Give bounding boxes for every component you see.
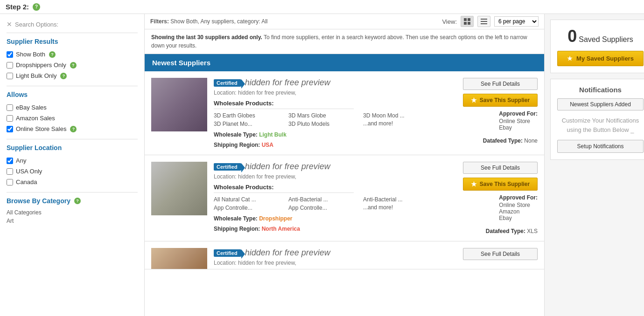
online-store-info-icon[interactable]: ? (70, 126, 77, 132)
amazon-sales-label[interactable]: Amazon Sales (16, 115, 55, 122)
online-store-sales-checkbox[interactable] (7, 126, 13, 132)
art-category[interactable]: Art (7, 217, 138, 225)
supplier-location-title: Supplier Location (7, 144, 138, 151)
show-both-info-icon[interactable]: ? (49, 51, 56, 58)
and-more-1: ...and more! (363, 120, 438, 128)
save-supplier-btn-1[interactable]: ★ Save This Supplier (463, 94, 538, 107)
my-saved-suppliers-button[interactable]: ★ My Saved Suppliers (557, 51, 644, 66)
amazon-sales-checkbox[interactable] (7, 115, 13, 122)
content-area: Filters: Show Both, Any suppliers, categ… (145, 14, 544, 316)
approved-item: Ebay (499, 215, 538, 221)
approved-section-2: Approved For: Online Store Amazon Ebay (499, 194, 538, 221)
dropshippers-only-checkbox[interactable] (7, 62, 13, 69)
ebay-sales-label[interactable]: eBay Sales (16, 104, 47, 111)
svg-rect-0 (464, 18, 467, 21)
shipping-info-1: Shipping Region: USA (214, 142, 438, 148)
datafeed-value-1: None (524, 137, 538, 144)
svg-rect-4 (481, 19, 487, 20)
save-supplier-btn-2[interactable]: ★ Save This Supplier (463, 178, 538, 191)
supplier-image-1 (151, 78, 207, 131)
supplier-main-3: Certified hidden for free preview Locati… (214, 248, 438, 262)
supplier-location-section: Supplier Location Any USA Only Canada (7, 144, 138, 187)
see-details-btn-2[interactable]: See Full Details (463, 162, 538, 174)
supplier-location-1: Location: hidden for free preview, (214, 89, 438, 96)
shipping-info-2: Shipping Region: North America (214, 226, 438, 232)
suppliers-header: Newest Suppliers (145, 54, 544, 71)
grid-view-button[interactable] (461, 16, 474, 27)
wholesale-info-1: Wholesale Type: Light Bulk (214, 131, 438, 138)
approved-section-1: Approved For: Online Store Ebay (499, 110, 538, 131)
light-bulk-info-icon[interactable]: ? (60, 73, 67, 79)
view-bar: View: (442, 16, 539, 27)
saved-count: 0 (567, 27, 577, 46)
dropshippers-info-icon[interactable]: ? (70, 62, 77, 69)
saved-suppliers-box: 0 Saved Suppliers ★ My Saved Suppliers (550, 20, 644, 73)
supplier-title-row-1: Certified hidden for free preview (214, 78, 438, 88)
list-view-button[interactable] (477, 16, 490, 27)
setup-notifications-button[interactable]: Setup Notifications (557, 140, 644, 153)
star-icon-saved: ★ (567, 55, 573, 62)
step-label: Step 2: (6, 3, 29, 11)
wholesale-type-value-2: Dropshipper (259, 215, 292, 222)
light-bulk-only-row: Light Bulk Only ? (7, 70, 138, 81)
canada-label[interactable]: Canada (16, 179, 37, 185)
online-store-sales-row: Online Store Sales ? (7, 124, 138, 134)
approved-label-2: Approved For: (499, 194, 538, 201)
certified-badge-1: Certified (214, 79, 241, 87)
all-categories[interactable]: All Categories (7, 208, 138, 217)
supplier-results-title: Supplier Results (7, 38, 138, 45)
and-more-2: ...and more! (363, 204, 438, 212)
datafeed-section-2: Datafeed Type: XLS (486, 228, 538, 234)
browse-category-info-icon[interactable]: ? (74, 198, 81, 204)
newest-suppliers-added-button[interactable]: Newest Suppliers Added (557, 98, 644, 110)
product-item: 3D Pluto Models (288, 120, 363, 128)
wholesale-type-label-2: Wholesale Type: (214, 215, 258, 222)
supplier-image-2 (151, 162, 207, 215)
light-bulk-only-checkbox[interactable] (7, 73, 13, 79)
amazon-sales-row: Amazon Sales (7, 113, 138, 124)
show-both-label[interactable]: Show Both (16, 51, 45, 58)
light-bulk-only-label[interactable]: Light Bulk Only (16, 72, 56, 79)
view-label: View: (442, 18, 457, 25)
banner-bold: Showing the last 30 suppliers added only… (151, 34, 262, 41)
shipping-region-2: North America (262, 226, 300, 232)
info-banner: Showing the last 30 suppliers added only… (145, 29, 544, 54)
usa-only-label[interactable]: USA Only (16, 168, 42, 175)
product-item: All Natural Cat ... (214, 196, 288, 203)
any-checkbox[interactable] (7, 158, 13, 164)
allows-title: Allows (7, 91, 138, 98)
products-label-2: Wholesale Products: (214, 184, 438, 191)
canada-checkbox[interactable] (7, 179, 13, 185)
save-supplier-label-1: Save This Supplier (480, 97, 530, 103)
notifications-description: Customize Your Notifications using the B… (557, 116, 644, 134)
star-icon-1: ★ (471, 96, 477, 104)
ebay-sales-checkbox[interactable] (7, 104, 13, 111)
filters-bar: Filters: Show Both, Any suppliers, categ… (150, 18, 442, 25)
dropshippers-only-label[interactable]: Dropshippers Only (16, 62, 66, 69)
products-label-1: Wholesale Products: (214, 100, 438, 107)
svg-rect-1 (468, 18, 470, 21)
sidebar: ✕ Search Options: Supplier Results Show … (0, 14, 145, 316)
datafeed-section-1: Datafeed Type: None (483, 137, 538, 144)
filters-label: Filters: (150, 18, 169, 25)
list-icon (481, 18, 487, 25)
supplier-main-1: Certified hidden for free preview Locati… (214, 78, 438, 148)
any-label[interactable]: Any (16, 157, 26, 164)
see-details-btn-1[interactable]: See Full Details (463, 78, 538, 90)
wholesale-type-label-1: Wholesale Type: (214, 131, 258, 138)
see-details-btn-3[interactable]: See Full Details (463, 248, 538, 260)
search-options-bar: ✕ Search Options: (7, 19, 138, 33)
supplier-results-section: Supplier Results Show Both ? Dropshipper… (7, 38, 138, 81)
product-item: 3D Planet Mo... (214, 120, 288, 128)
certified-badge-3: Certified (214, 249, 241, 257)
right-sidebar: 0 Saved Suppliers ★ My Saved Suppliers N… (544, 14, 644, 316)
show-both-checkbox[interactable] (7, 51, 13, 58)
usa-only-checkbox[interactable] (7, 168, 13, 175)
datafeed-value-2: XLS (527, 228, 538, 234)
online-store-sales-label[interactable]: Online Store Sales (16, 125, 66, 132)
supplier-name-2: hidden for free preview (245, 162, 330, 172)
supplier-actions-1: See Full Details ★ Save This Supplier Ap… (444, 78, 538, 148)
svg-rect-3 (468, 22, 470, 25)
products-grid-2: All Natural Cat ... Anti-Bacterial ... A… (214, 196, 438, 212)
per-page-select[interactable]: 6 per page 12 per page 24 per page (494, 16, 539, 27)
